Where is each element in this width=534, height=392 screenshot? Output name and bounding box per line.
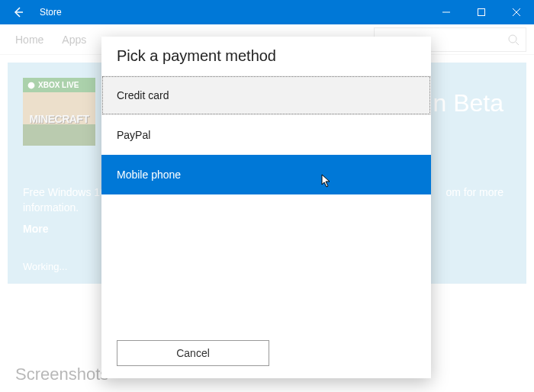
cancel-button[interactable]: Cancel: [117, 340, 269, 366]
minimize-icon: [442, 8, 450, 16]
app-title: Store: [40, 7, 62, 18]
payment-method-dialog: Pick a payment method Credit card PayPal…: [101, 37, 431, 378]
option-credit-card[interactable]: Credit card: [101, 76, 431, 115]
maximize-button[interactable]: [464, 0, 499, 24]
svg-rect-0: [478, 9, 485, 16]
maximize-icon: [478, 8, 485, 16]
minimize-button[interactable]: [429, 0, 464, 24]
titlebar: Store: [0, 0, 534, 24]
option-label: Credit card: [117, 89, 169, 101]
option-paypal[interactable]: PayPal: [101, 115, 431, 155]
option-label: PayPal: [117, 129, 150, 141]
cursor-icon: [320, 174, 332, 191]
back-button[interactable]: [0, 0, 37, 24]
option-mobile-phone[interactable]: Mobile phone: [101, 155, 431, 194]
close-icon: [513, 8, 520, 16]
dialog-footer: Cancel: [101, 331, 431, 378]
close-button[interactable]: [499, 0, 534, 24]
dialog-title: Pick a payment method: [101, 47, 431, 76]
arrow-left-icon: [12, 6, 24, 18]
window-controls: [429, 0, 534, 24]
payment-options-list: Credit card PayPal Mobile phone: [101, 76, 431, 331]
option-label: Mobile phone: [117, 169, 181, 181]
